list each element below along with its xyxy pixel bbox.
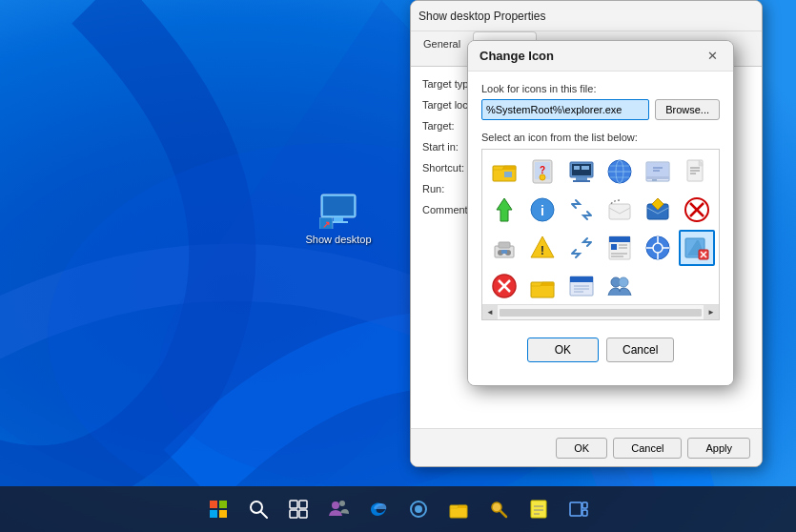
change-icon-title: Change Icon [480, 49, 703, 63]
tab-general[interactable]: General [411, 31, 473, 67]
icon-cell-9[interactable] [602, 192, 638, 228]
svg-rect-83 [219, 510, 227, 518]
svg-rect-74 [570, 276, 593, 282]
icon-cell-20[interactable] [563, 268, 600, 304]
svg-rect-87 [299, 501, 307, 508]
svg-rect-28 [652, 179, 657, 181]
change-icon-dialog: Change Icon ✕ Look for icons in this fil… [467, 40, 734, 386]
svg-point-79 [619, 277, 628, 287]
svg-rect-27 [646, 176, 669, 179]
svg-rect-52 [609, 236, 630, 242]
search2-button[interactable] [480, 490, 518, 528]
svg-text:!: ! [541, 243, 544, 257]
prop-apply-button[interactable]: Apply [687, 438, 750, 459]
svg-point-84 [251, 501, 262, 513]
icon-cell-15[interactable] [602, 230, 638, 266]
svg-rect-48 [501, 250, 507, 254]
svg-rect-16 [576, 177, 587, 180]
svg-text:↗: ↗ [322, 219, 330, 229]
svg-rect-45 [499, 242, 510, 248]
svg-text:i: i [541, 203, 544, 218]
svg-rect-86 [290, 501, 297, 508]
icon-cell-16[interactable] [640, 230, 676, 266]
edge-button[interactable] [359, 490, 398, 528]
change-icon-body: Look for icons in this file: Browse... S… [468, 72, 733, 385]
icon-cell-1[interactable]: ? [524, 153, 561, 190]
show-desktop-icon: ↗ [319, 191, 357, 229]
svg-rect-97 [531, 501, 546, 518]
change-icon-titlebar: Change Icon ✕ [468, 41, 733, 72]
svg-rect-80 [210, 501, 217, 508]
change-icon-select-label: Select an icon from the list below: [481, 132, 720, 143]
svg-rect-3 [323, 196, 354, 215]
change-icon-file-label: Look for icons in this file: [481, 83, 720, 94]
scroll-right-arrow[interactable]: ► [704, 305, 719, 320]
sticky-notes-button[interactable] [520, 490, 558, 528]
icon-cell-4[interactable] [640, 153, 676, 190]
ci-cancel-button[interactable]: Cancel [606, 338, 674, 362]
svg-rect-19 [582, 166, 589, 170]
svg-rect-102 [582, 502, 587, 508]
svg-line-96 [500, 511, 506, 517]
svg-rect-103 [582, 510, 587, 516]
icon-cell-18[interactable] [486, 268, 522, 304]
icon-cell-5[interactable] [679, 153, 715, 190]
icon-cell-14[interactable] [563, 230, 600, 266]
search-button[interactable] [239, 490, 277, 528]
explorer-button[interactable] [439, 490, 478, 528]
svg-rect-26 [647, 163, 668, 176]
icon-cell-21[interactable] [602, 268, 638, 304]
icon-cell-17[interactable] [679, 230, 715, 266]
icon-cell-8[interactable] [563, 192, 600, 228]
svg-rect-18 [574, 166, 580, 170]
svg-point-93 [415, 505, 422, 513]
taskbar-icons [199, 490, 598, 528]
svg-rect-9 [504, 172, 512, 177]
icon-cell-11[interactable] [679, 192, 715, 228]
svg-marker-35 [497, 198, 512, 221]
property-titlebar: Show desktop Properties [411, 1, 762, 31]
taskbar [0, 486, 796, 532]
icon-cell-6[interactable] [486, 192, 522, 228]
svg-rect-82 [210, 510, 217, 518]
change-icon-file-row: Browse... [481, 99, 720, 120]
icon-cell-10[interactable] [640, 192, 676, 228]
icon-cell-2[interactable] [563, 153, 600, 190]
ci-ok-button[interactable]: OK [527, 338, 599, 362]
scroll-left-arrow[interactable]: ◄ [482, 305, 498, 320]
cortana-button[interactable] [399, 490, 438, 528]
icon-cell-0[interactable] [486, 153, 522, 190]
show-desktop-icon-group[interactable]: ↗ Show desktop [305, 191, 372, 246]
icon-grid-scrollbar: ◄ ► [482, 304, 719, 319]
svg-line-85 [261, 512, 267, 518]
change-icon-close-button[interactable]: ✕ [703, 47, 722, 66]
prop-ok-button[interactable]: OK [556, 438, 607, 459]
snap-assist-button[interactable] [560, 490, 598, 528]
svg-rect-101 [570, 502, 582, 516]
prop-cancel-button[interactable]: Cancel [613, 438, 682, 459]
svg-rect-88 [290, 510, 297, 518]
desktop: ↗ Show desktop Show desktop Properties G… [0, 0, 796, 532]
show-desktop-label: Show desktop [305, 233, 371, 246]
icon-cell-7[interactable]: i [524, 192, 561, 228]
icon-cell-19[interactable] [524, 268, 561, 304]
start-button[interactable] [199, 490, 237, 528]
change-icon-browse-button[interactable]: Browse... [655, 99, 720, 120]
teams-button[interactable] [319, 490, 357, 528]
svg-point-91 [339, 501, 345, 506]
svg-point-90 [332, 501, 339, 509]
icon-cell-13[interactable]: ! [524, 230, 561, 266]
icon-cell-3[interactable] [602, 153, 638, 190]
property-title: Show desktop Properties [418, 10, 754, 23]
icon-cell-12[interactable] [486, 230, 522, 266]
svg-rect-4 [334, 217, 343, 221]
svg-text:?: ? [540, 165, 545, 175]
task-view-button[interactable] [279, 490, 317, 528]
change-icon-file-input[interactable] [481, 99, 649, 120]
svg-rect-17 [573, 180, 590, 182]
scroll-track[interactable] [500, 309, 702, 317]
svg-rect-81 [219, 501, 227, 508]
change-icon-grid-container: ? [481, 149, 720, 320]
svg-rect-53 [611, 244, 617, 250]
svg-rect-38 [609, 204, 630, 219]
